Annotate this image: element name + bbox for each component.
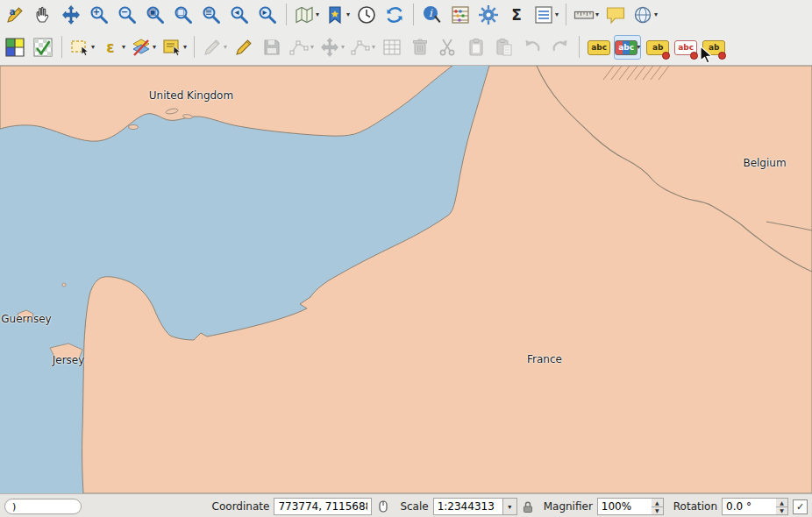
lock-scale-icon[interactable] — [522, 500, 534, 513]
map-tips-icon[interactable] — [603, 3, 628, 27]
redo-icon[interactable] — [548, 35, 573, 60]
dropdown-arrow-icon[interactable]: ▾ — [341, 43, 345, 51]
toolbar-separator — [413, 4, 414, 25]
processing-toolbox-icon[interactable] — [476, 3, 501, 27]
move-feature-icon[interactable]: ▾ — [318, 35, 345, 60]
measure-icon[interactable]: ▾ — [573, 3, 600, 27]
undo-icon — [522, 37, 543, 58]
select-by-form-icon — [161, 37, 182, 58]
dropdown-arrow-icon[interactable]: ▾ — [224, 43, 227, 51]
dropdown-arrow-icon[interactable]: ▾ — [372, 43, 375, 51]
zoom-last-icon[interactable]: ◂ — [227, 3, 252, 27]
toolbar-separator — [286, 4, 287, 25]
edit-annotation-icon[interactable]: a — [3, 3, 27, 27]
sum-features-icon[interactable]: Σ — [504, 3, 529, 27]
status-bar: Coordinate Scale ▾ Magnifier ▲▼ Rotation… — [0, 493, 812, 517]
copy-features-icon[interactable] — [464, 35, 488, 60]
attributes-panel-icon[interactable]: ▾ — [532, 3, 559, 27]
digitize-with-segment-icon[interactable]: ▾ — [288, 35, 315, 60]
data-source-manager-icon[interactable] — [3, 35, 27, 60]
locator-search-input[interactable] — [4, 499, 82, 514]
cut-features-icon[interactable] — [436, 35, 460, 60]
scale-input[interactable] — [434, 499, 502, 514]
toggle-editing-icon — [233, 37, 254, 58]
scale-dropdown-arrow[interactable]: ▾ — [502, 499, 516, 514]
layer-labeling-options-icon[interactable]: abc — [586, 35, 610, 60]
rotation-spin-arrows[interactable]: ▲▼ — [776, 498, 788, 515]
cut-features-icon — [438, 37, 459, 58]
dropdown-arrow-icon[interactable]: ▾ — [654, 11, 658, 18]
spatial-bookmarks-icon — [324, 4, 345, 25]
pin-unpin-labels-icon[interactable]: ab — [645, 35, 669, 60]
dropdown-arrow-icon[interactable]: ▾ — [595, 11, 599, 18]
magnifier-label: Magnifier — [544, 500, 593, 513]
style-dock-icon[interactable] — [31, 35, 55, 60]
small-islet — [62, 283, 66, 287]
new-map-view-icon[interactable]: ▾ — [293, 3, 320, 27]
zoom-last-icon: ◂ — [229, 4, 250, 25]
magnifier-input[interactable] — [597, 498, 652, 515]
measure-icon — [573, 4, 595, 25]
rotation-input[interactable] — [722, 498, 776, 515]
statistical-summary-icon[interactable] — [448, 3, 473, 27]
scale-combobox[interactable]: ▾ — [433, 498, 517, 515]
toggle-editing-icon[interactable] — [231, 35, 256, 60]
deselect-features-icon — [131, 37, 152, 58]
deselect-features-icon[interactable]: ▾ — [130, 35, 157, 60]
dropdown-arrow-icon[interactable]: ▾ — [555, 11, 559, 18]
zoom-to-layer-icon[interactable]: ≡ — [199, 3, 224, 27]
magnifier-spin-arrows[interactable]: ▲▼ — [652, 498, 664, 515]
undo-icon[interactable] — [520, 35, 545, 60]
modify-attributes-icon[interactable] — [380, 35, 404, 60]
magnifier-spinbox[interactable]: ▲▼ — [597, 498, 664, 515]
layer-labeling-single-icon[interactable]: abc▾ — [614, 35, 641, 60]
layer-labeling-single-icon: abc — [615, 37, 636, 58]
dropdown-arrow-icon[interactable]: ▾ — [316, 11, 319, 18]
delete-selected-icon[interactable] — [408, 35, 432, 60]
select-features-icon — [69, 37, 90, 58]
coordinate-label: Coordinate — [212, 500, 270, 513]
dropdown-arrow-icon[interactable]: ▾ — [91, 43, 95, 51]
map-label-belgium: Belgium — [743, 157, 786, 169]
highlight-pinned-labels-icon: abc — [674, 37, 695, 58]
refresh-map-icon[interactable] — [382, 3, 407, 27]
temporal-controller-icon[interactable] — [354, 3, 379, 27]
rotation-spinbox[interactable]: ▲▼ — [722, 498, 788, 515]
select-by-form-icon[interactable]: ▾ — [160, 35, 188, 60]
identify-features-icon[interactable] — [420, 3, 445, 27]
zoom-out-icon[interactable]: − — [115, 3, 139, 27]
redo-icon — [550, 37, 571, 58]
temporal-controller-icon — [356, 4, 377, 25]
pin-unpin-labels-icon: ab — [646, 37, 667, 58]
zoom-full-extent-icon[interactable]: ▣ — [143, 3, 167, 27]
select-features-icon[interactable]: ▾ — [68, 35, 96, 60]
identify-features-icon — [422, 4, 443, 25]
vertex-tool-icon[interactable]: ▾ — [349, 35, 376, 60]
vertex-tool-icon — [350, 37, 371, 58]
layer-labeling-options-icon: abc — [588, 37, 609, 58]
dropdown-arrow-icon[interactable]: ▾ — [153, 43, 156, 51]
select-by-expression-icon[interactable]: ε▾ — [99, 35, 126, 60]
save-edits-icon[interactable] — [260, 35, 284, 60]
map-canvas[interactable]: United KingdomBelgiumFranceGuernseyJerse… — [0, 66, 812, 493]
web-menu-icon[interactable]: ▾ — [631, 3, 659, 27]
pan-to-selection-icon[interactable] — [59, 3, 83, 27]
dropdown-arrow-icon[interactable]: ▾ — [122, 43, 125, 51]
pan-map-icon[interactable] — [31, 3, 55, 27]
zoom-to-selection-icon[interactable]: ▢ — [171, 3, 196, 27]
coordinate-tracking-icon[interactable] — [376, 499, 390, 513]
zoom-next-icon: ▸ — [257, 4, 278, 25]
current-edits-icon[interactable]: ▾ — [201, 35, 228, 60]
toolbar-separator — [61, 36, 62, 58]
map-label-guernsey: Guernsey — [1, 313, 51, 325]
highlight-pinned-labels-icon[interactable]: abc — [673, 35, 697, 60]
paste-features-icon[interactable] — [492, 35, 516, 60]
dropdown-arrow-icon[interactable]: ▾ — [183, 43, 187, 51]
spatial-bookmarks-icon[interactable]: ▾ — [324, 3, 351, 27]
render-checkbox[interactable]: ✓ — [793, 499, 808, 514]
coordinate-input[interactable] — [274, 498, 372, 515]
zoom-next-icon[interactable]: ▸ — [255, 3, 280, 27]
dropdown-arrow-icon[interactable]: ▾ — [310, 43, 314, 51]
zoom-in-icon[interactable]: + — [87, 3, 111, 27]
dropdown-arrow-icon[interactable]: ▾ — [346, 11, 350, 18]
